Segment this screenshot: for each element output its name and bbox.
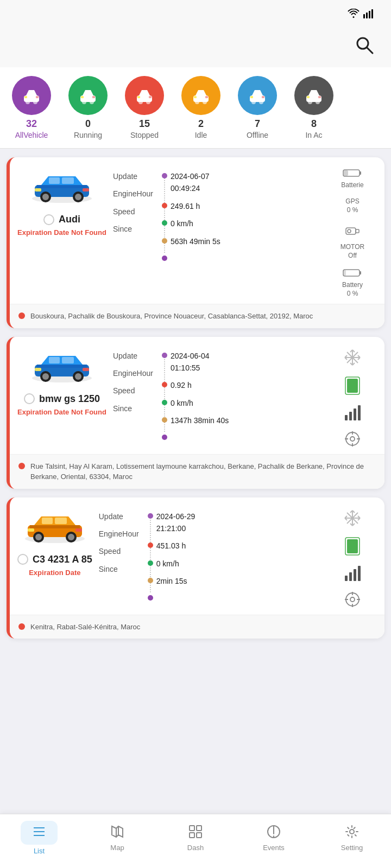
svg-rect-0 — [363, 14, 365, 18]
label-since-0: Since — [113, 223, 153, 235]
svg-point-7 — [26, 100, 30, 104]
card-left-0: Audi Expiration Date Not Found — [17, 166, 106, 297]
values-col-0: 2024-06-0700:49:24 249.61 h 0 km/h — [160, 168, 220, 253]
svg-rect-51 — [356, 229, 359, 233]
svg-point-33 — [316, 100, 320, 104]
svg-point-62 — [42, 373, 49, 380]
address-text-0: Bouskoura, Pachalik de Bouskoura, Provin… — [30, 311, 313, 322]
vehicle-name-2: C3 4231 A 85 — [33, 554, 92, 565]
motor-label: MOTOR — [340, 243, 364, 251]
svg-rect-65 — [35, 368, 41, 371]
dot-extra-0 — [162, 256, 167, 261]
svg-rect-48 — [360, 171, 361, 175]
label-since-2: Since — [99, 563, 139, 575]
svg-point-17 — [138, 100, 143, 104]
tab-count-all: 32 — [26, 118, 37, 130]
svg-point-64 — [75, 373, 81, 380]
svg-rect-25 — [205, 96, 208, 98]
category-tabs: 32 AllVehicle 0 Running — [0, 67, 391, 149]
vehicle-card-0[interactable]: Audi Expiration Date Not Found Update En… — [7, 157, 384, 328]
svg-rect-38 — [37, 185, 87, 188]
label-speed-0: Speed — [113, 206, 153, 218]
val-speed-1: 0 km/h — [160, 397, 229, 409]
batterie-label: Batterie — [341, 181, 363, 189]
val-speed-0: 0 km/h — [160, 218, 220, 229]
svg-point-13 — [90, 100, 94, 104]
svg-rect-15 — [92, 96, 95, 98]
tab-icon-offline — [238, 76, 277, 115]
nav-icon-list — [31, 824, 47, 841]
battery-full-group — [344, 376, 361, 395]
dot-since-1 — [162, 417, 167, 423]
nav-label-map: Map — [110, 844, 124, 852]
svg-point-32 — [308, 100, 312, 104]
svg-point-23 — [203, 100, 207, 104]
values-col-1: 2024-06-0401:10:55 0.92 h 0 km/h 13 — [160, 348, 229, 432]
tab-icon-inac — [294, 76, 333, 115]
tab-label-idle: Idle — [195, 131, 207, 139]
category-tab-running[interactable]: 0 Running — [61, 74, 115, 142]
address-dot-0 — [18, 312, 25, 319]
svg-rect-39 — [49, 177, 60, 184]
val-enginehour-0: 249.61 h — [160, 200, 220, 212]
signal-icon — [363, 9, 375, 20]
address-dot-1 — [18, 463, 25, 469]
label-speed-2: Speed — [99, 545, 139, 557]
bottom-nav: List Map Dash Events Setting — [0, 814, 391, 868]
vehicle-card-2[interactable]: C3 4231 A 85 Expiration Date Update Engi… — [7, 497, 384, 639]
nav-label-dash: Dash — [187, 844, 204, 852]
tab-icon-idle — [181, 76, 220, 115]
status-circle-2 — [17, 554, 28, 565]
label-enginehour-0: EngineHour — [113, 188, 153, 200]
card-main-2: C3 4231 A 85 Expiration Date Update Engi… — [10, 497, 384, 615]
svg-point-99 — [68, 534, 74, 540]
card-left-2: C3 4231 A 85 Expiration Date — [17, 506, 92, 608]
dot-engine-1 — [162, 382, 167, 387]
svg-point-18 — [146, 100, 150, 104]
svg-rect-66 — [83, 368, 89, 371]
nav-item-list[interactable]: List — [12, 819, 66, 857]
label-update-2: Update — [99, 510, 139, 522]
svg-rect-84 — [358, 405, 361, 420]
svg-rect-94 — [42, 518, 53, 524]
nav-item-events[interactable]: Events — [247, 822, 301, 854]
card-main-0: Audi Expiration Date Not Found Update En… — [10, 157, 384, 304]
vehicle-card-1[interactable]: bmw gs 1250 Expiration Date Not Found Up… — [7, 337, 384, 489]
svg-rect-19 — [137, 96, 140, 98]
svg-rect-93 — [30, 525, 80, 528]
category-tab-all[interactable]: 32 AllVehicle — [4, 74, 59, 142]
tab-label-stopped: Stopped — [130, 131, 159, 139]
nav-item-setting[interactable]: Setting — [325, 822, 379, 854]
nav-item-map[interactable]: Map — [90, 822, 144, 854]
search-button[interactable] — [351, 31, 378, 59]
category-tab-inac[interactable]: 8 In Ac — [287, 74, 341, 142]
card-middle-0: Update EngineHour Speed Since 2024-06-07… — [113, 166, 321, 297]
category-tab-idle[interactable]: 2 Idle — [174, 74, 228, 142]
tab-label-inac: In Ac — [305, 131, 322, 139]
svg-rect-101 — [75, 528, 82, 532]
svg-rect-1 — [366, 12, 368, 18]
nav-active-bg-list — [21, 821, 58, 845]
svg-rect-118 — [354, 569, 356, 581]
category-tab-stopped[interactable]: 15 Stopped — [117, 74, 172, 142]
expiry-text-2: Expiration Date — [29, 569, 80, 577]
tab-icon-stopped — [125, 76, 164, 115]
svg-point-52 — [348, 229, 351, 233]
dot-speed-2 — [148, 560, 153, 566]
tab-count-running: 0 — [85, 118, 91, 130]
val-enginehour-1: 0.92 h — [160, 379, 229, 391]
card-middle-1: Update EngineHour Speed Since 2024-06-04… — [113, 346, 321, 448]
val-since-1: 1347h 38min 40s — [160, 414, 229, 426]
category-tab-offline[interactable]: 7 Offline — [230, 74, 285, 142]
nav-icon-events — [266, 824, 281, 841]
val-since-0: 563h 49min 5s — [160, 235, 220, 247]
svg-rect-82 — [349, 412, 352, 420]
svg-marker-129 — [112, 826, 123, 837]
nav-item-dash[interactable]: Dash — [168, 822, 223, 854]
dot-extra-1 — [162, 435, 167, 440]
motor-val: Off — [348, 252, 357, 259]
address-text-2: Kenitra, Rabat-Salé-Kénitra, Maroc — [30, 622, 140, 633]
dot-update-0 — [162, 173, 167, 178]
target-group — [344, 591, 361, 608]
svg-point-12 — [82, 100, 86, 104]
